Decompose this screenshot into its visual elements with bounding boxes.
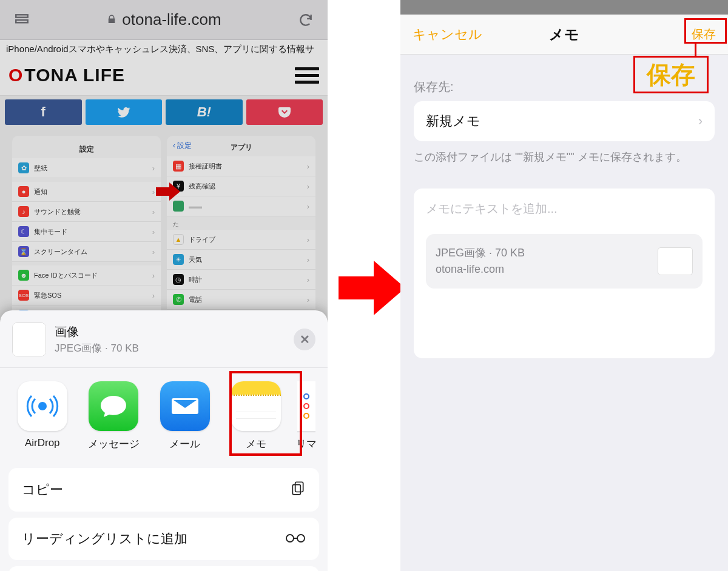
chevron-right-icon: › [698,113,703,129]
amazon-search-action[interactable]: Amazonで商品を検索する [8,566,319,571]
lock-icon [106,10,117,29]
copy-icon [290,480,306,499]
reader-layout-button[interactable] [11,9,33,31]
webpage-behind-sheet: iPhone/Androidスマホやキャッシュレス決済、SNS、アプリに関する情… [0,40,328,319]
url-display[interactable]: otona-life.com [106,10,221,29]
svg-rect-0 [16,15,28,17]
svg-point-2 [38,402,47,410]
site-header: OTONA LIFE [0,59,328,96]
share-item-title: 画像 [55,324,139,340]
notes-share-target[interactable]: メモ [226,381,287,451]
annotation-arrow-center [339,261,405,315]
share-actions-list-2: リーディングリストに追加 [8,518,319,560]
destination-subtext: この添付ファイルは ""新規メモ"" メモに保存されます。 [414,150,715,164]
mail-share-target[interactable]: メール [155,381,215,451]
social-share-row: f B! [0,99,328,125]
svg-rect-4 [292,485,300,495]
attachment-thumbnail [658,247,693,275]
svg-point-5 [286,535,294,542]
destination-picker[interactable]: 新規メモ › [414,101,715,141]
twitter-share-button[interactable] [86,99,163,125]
facebook-share-button[interactable]: f [5,99,82,125]
phone-right-screen: キャンセル メモ 保存 保存先: 新規メモ › この添付ファイルは ""新規メモ… [400,0,728,571]
notes-save-navbar: キャンセル メモ 保存 [400,15,728,55]
share-actions-list: コピー [8,468,319,512]
pocket-share-button[interactable] [246,99,323,125]
attachment-line1: JPEG画像 · 70 KB [436,245,525,261]
phone-left-screen: otona-life.com iPhone/Androidスマホやキャッシュレス… [0,0,328,571]
reminders-icon [297,381,315,431]
apps-card: ‹ 設定 アプリ ▦接種証明書› ¥残高確認› ▬▬› た ▲ドライブ› ☀天気… [167,136,315,319]
svg-rect-3 [295,482,303,492]
notes-title: メモ [549,25,579,44]
share-item-subtitle: JPEG画像 · 70 KB [55,341,139,355]
mail-icon [160,381,210,431]
share-sheet-header: 画像 JPEG画像 · 70 KB ✕ [0,318,328,368]
settings-card-title: 設定 [12,141,161,158]
safari-address-bar: otona-life.com [0,0,328,40]
messages-label: メッセージ [88,437,140,451]
messages-icon [89,381,138,431]
article-screenshots: 設定 ✿壁紙› ●通知› ♪サウンドと触覚› ☾集中モード› ⌛スクリーンタイム… [0,125,328,319]
airdrop-icon [18,381,67,431]
svg-point-6 [297,535,305,542]
airdrop-label: AirDrop [25,437,60,449]
copy-action[interactable]: コピー [8,468,319,512]
site-logo[interactable]: OTONA LIFE [8,65,125,85]
reload-button[interactable] [295,9,317,31]
messages-share-target[interactable]: メッセージ [84,381,144,451]
mail-label: メール [169,437,200,451]
background-dim-strip [400,0,728,15]
reading-list-action[interactable]: リーディングリストに追加 [8,518,319,560]
annotation-arrow-mini [156,182,180,203]
copy-label: コピー [22,481,63,499]
close-share-sheet-button[interactable]: ✕ [294,329,315,350]
reminders-label: リマ [297,437,315,451]
note-text-area[interactable]: メモにテキストを追加... JPEG画像 · 70 KB otona-life.… [414,189,715,358]
destination-value: 新規メモ [426,112,480,130]
site-tagline: iPhone/Androidスマホやキャッシュレス決済、SNS、アプリに関する情… [0,40,328,59]
destination-label: 保存先: [414,79,715,95]
logo-text: TONA LIFE [24,65,125,85]
glasses-icon [285,531,306,547]
share-sheet: 画像 JPEG画像 · 70 KB ✕ AirDrop [0,310,328,571]
hatena-share-button[interactable]: B! [166,99,243,125]
notes-save-body: 保存先: 新規メモ › この添付ファイルは ""新規メモ"" メモに保存されます… [400,55,728,372]
note-placeholder: メモにテキストを追加... [426,201,703,217]
svg-rect-1 [16,20,28,22]
notes-label: メモ [246,437,266,451]
cancel-button[interactable]: キャンセル [413,25,482,44]
save-button[interactable]: 保存 [692,26,716,42]
airdrop-share-target[interactable]: AirDrop [12,381,73,449]
share-apps-row[interactable]: AirDrop メッセージ メール メモ [0,368,328,461]
share-actions-list-3: Amazonで商品を検索する [8,566,319,571]
attachment-line2: otona-life.com [436,261,525,278]
note-attachment[interactable]: JPEG画像 · 70 KB otona-life.com [426,234,703,289]
reading-list-label: リーディングリストに追加 [22,530,187,548]
hamburger-menu-button[interactable] [295,67,319,84]
share-item-thumbnail [12,322,46,356]
settings-card: 設定 ✿壁紙› ●通知› ♪サウンドと触覚› ☾集中モード› ⌛スクリーンタイム… [12,136,161,319]
notes-icon [231,381,281,431]
reminders-share-target[interactable]: リマ [297,381,315,451]
url-text: otona-life.com [122,10,221,29]
